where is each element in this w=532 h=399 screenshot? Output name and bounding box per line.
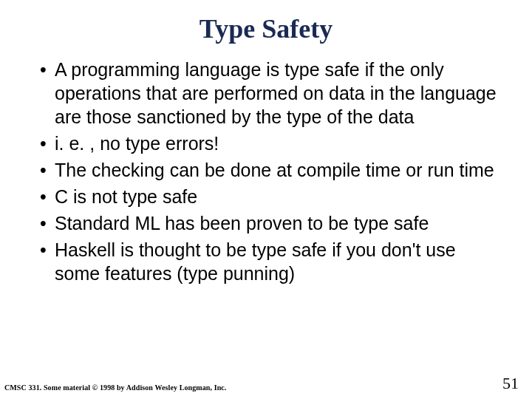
- footer-copyright: CMSC 331. Some material © 1998 by Addiso…: [4, 383, 226, 392]
- page-title: Type Safety: [27, 13, 505, 44]
- bullet-list: A programming language is type safe if t…: [27, 58, 505, 285]
- list-item: The checking can be done at compile time…: [40, 158, 505, 182]
- list-item: Haskell is thought to be type safe if yo…: [40, 238, 505, 285]
- list-item: A programming language is type safe if t…: [40, 58, 505, 129]
- list-item: i. e. , no type errors!: [40, 132, 505, 155]
- list-item: C is not type safe: [40, 185, 505, 208]
- list-item: Standard ML has been proven to be type s…: [40, 211, 505, 235]
- slide: Type Safety A programming language is ty…: [0, 0, 532, 399]
- page-number: 51: [502, 374, 519, 393]
